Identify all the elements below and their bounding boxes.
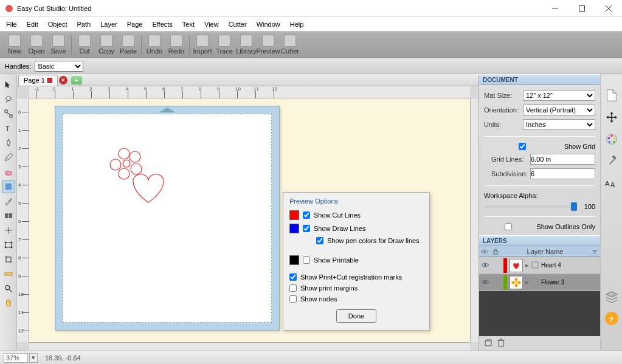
show-draw-lines-checkbox[interactable] bbox=[303, 225, 310, 232]
layer-visibility-icon[interactable] bbox=[482, 279, 490, 286]
layer-row[interactable]: ▸ Heart 4 bbox=[479, 257, 600, 274]
toolbar-save-button[interactable]: Save bbox=[47, 33, 69, 57]
maximize-button[interactable] bbox=[568, 0, 595, 17]
show-outlines-checkbox[interactable] bbox=[484, 223, 533, 230]
text-tool[interactable]: T bbox=[2, 122, 15, 135]
toolbar-redo-button[interactable]: Redo bbox=[165, 33, 187, 57]
color-tab-icon[interactable] bbox=[604, 131, 620, 147]
workspace-alpha-slider[interactable] bbox=[484, 205, 577, 208]
menu-edit[interactable]: Edit bbox=[22, 17, 43, 31]
pen-tool[interactable] bbox=[2, 136, 15, 149]
menu-page[interactable]: Page bbox=[122, 17, 148, 31]
handles-select[interactable]: Basic bbox=[35, 61, 83, 72]
svg-rect-42 bbox=[499, 340, 503, 346]
layer-menu-icon[interactable]: ≡ bbox=[589, 248, 600, 255]
hand-tool[interactable] bbox=[2, 297, 15, 310]
toolbar-paste-button[interactable]: Paste bbox=[117, 33, 139, 57]
select-tool[interactable] bbox=[2, 78, 15, 91]
workspace-alpha-value: 100 bbox=[581, 203, 595, 210]
toolbar-new-button[interactable]: New bbox=[4, 33, 26, 57]
mat-size-label: Mat Size: bbox=[484, 92, 519, 99]
show-grid-checkbox[interactable] bbox=[484, 143, 561, 150]
svg-point-30 bbox=[484, 250, 486, 252]
menu-window[interactable]: Window bbox=[252, 17, 285, 31]
vertical-scrollbar[interactable] bbox=[470, 98, 479, 342]
close-tab-button[interactable]: ✕ bbox=[59, 76, 67, 84]
crop-tool[interactable] bbox=[2, 253, 15, 266]
toolbar-import-button[interactable]: Import bbox=[192, 33, 213, 57]
add-tab-button[interactable]: + bbox=[71, 76, 82, 84]
mat-size-select[interactable]: 12" x 12" bbox=[523, 90, 595, 101]
svg-point-34 bbox=[485, 281, 486, 283]
move-tab-icon[interactable] bbox=[604, 109, 620, 125]
distort-tool[interactable] bbox=[2, 238, 15, 252]
show-printable-checkbox[interactable] bbox=[303, 256, 310, 264]
eyedropper-tool[interactable] bbox=[2, 194, 15, 208]
shape-tool[interactable] bbox=[2, 180, 15, 193]
titlebar: Easy Cut Studio: Untitled bbox=[0, 0, 622, 17]
layer-visibility-icon[interactable] bbox=[482, 262, 490, 269]
toolbar-trace-button[interactable]: Trace bbox=[213, 33, 235, 57]
toolbar-copy-button[interactable]: Copy bbox=[95, 33, 117, 57]
show-nodes-checkbox[interactable] bbox=[289, 295, 297, 303]
ruler-horizontal: -10123456789101112 bbox=[29, 86, 470, 98]
zoom-value[interactable]: 37% bbox=[4, 353, 28, 363]
toolbar-open-button[interactable]: Open bbox=[26, 33, 47, 57]
toolbar-preview-button[interactable]: Preview bbox=[257, 33, 279, 57]
grid-lines-input[interactable] bbox=[530, 154, 595, 165]
menu-effects[interactable]: Effects bbox=[147, 17, 177, 31]
orientation-select[interactable]: Vertical (Portrait) bbox=[523, 105, 595, 115]
layer-expand-icon[interactable]: ▸ bbox=[525, 261, 529, 269]
menu-object[interactable]: Object bbox=[43, 17, 72, 31]
layers-panel-header[interactable]: LAYERS bbox=[479, 235, 600, 246]
subdivision-input[interactable] bbox=[530, 168, 595, 179]
print-margins-checkbox[interactable] bbox=[289, 284, 297, 292]
close-button[interactable] bbox=[595, 0, 622, 17]
zoom-dropdown-icon[interactable]: ▾ bbox=[29, 353, 38, 363]
text-tab-icon[interactable]: AA bbox=[604, 175, 620, 191]
layer-row[interactable]: ▸ Flower 3 bbox=[479, 274, 600, 291]
toolbar-cut-button[interactable]: Cut bbox=[74, 33, 95, 57]
minimize-button[interactable] bbox=[542, 0, 568, 17]
done-button[interactable]: Done bbox=[336, 309, 376, 323]
svg-point-37 bbox=[515, 284, 518, 287]
layer-expand-icon[interactable]: ▸ bbox=[525, 278, 529, 286]
pen-colors-checkbox[interactable] bbox=[316, 237, 323, 244]
units-select[interactable]: Inches bbox=[523, 119, 595, 130]
lasso-tool[interactable] bbox=[2, 92, 15, 106]
gradient-tool[interactable] bbox=[2, 209, 15, 222]
reg-marks-checkbox[interactable] bbox=[289, 273, 297, 281]
handles-bar: Handles: Basic bbox=[0, 58, 622, 74]
print-margins-label: Show print margins bbox=[300, 284, 358, 292]
document-panel-header[interactable]: DOCUMENT bbox=[479, 74, 600, 85]
pencil-tool[interactable] bbox=[2, 151, 15, 164]
knife-tool[interactable] bbox=[2, 224, 15, 237]
ruler-tool[interactable] bbox=[2, 267, 15, 281]
new-layer-button[interactable] bbox=[484, 338, 492, 348]
toolbar-library-button[interactable]: Library bbox=[235, 33, 257, 57]
menu-help[interactable]: Help bbox=[285, 17, 309, 31]
toolbar-cutter-button[interactable]: Cutter bbox=[279, 33, 301, 57]
show-cut-lines-checkbox[interactable] bbox=[303, 211, 310, 219]
page-tab[interactable]: Page 1 bbox=[18, 75, 58, 86]
menu-layer[interactable]: Layer bbox=[95, 17, 122, 31]
main-toolbar: NewOpenSaveCutCopyPasteUndoRedoImportTra… bbox=[0, 32, 622, 58]
horizontal-scrollbar[interactable] bbox=[29, 342, 470, 351]
delete-layer-button[interactable] bbox=[497, 338, 505, 348]
document-tab-icon[interactable] bbox=[604, 88, 620, 103]
svg-point-27 bbox=[119, 168, 130, 179]
node-tool[interactable] bbox=[2, 107, 15, 120]
settings-tab-icon[interactable] bbox=[604, 153, 620, 169]
canvas-drawing[interactable] bbox=[106, 145, 179, 211]
menu-view[interactable]: View bbox=[199, 17, 224, 31]
menu-file[interactable]: File bbox=[1, 17, 22, 31]
svg-rect-6 bbox=[10, 115, 12, 117]
help-tab-icon[interactable]: ? bbox=[604, 311, 620, 326]
menu-cutter[interactable]: Cutter bbox=[224, 17, 252, 31]
menu-text[interactable]: Text bbox=[178, 17, 199, 31]
eraser-tool[interactable] bbox=[2, 165, 15, 179]
layers-tab-icon[interactable] bbox=[604, 289, 620, 304]
zoom-tool[interactable] bbox=[2, 282, 15, 295]
menu-path[interactable]: Path bbox=[72, 17, 96, 31]
toolbar-undo-button[interactable]: Undo bbox=[143, 33, 165, 57]
